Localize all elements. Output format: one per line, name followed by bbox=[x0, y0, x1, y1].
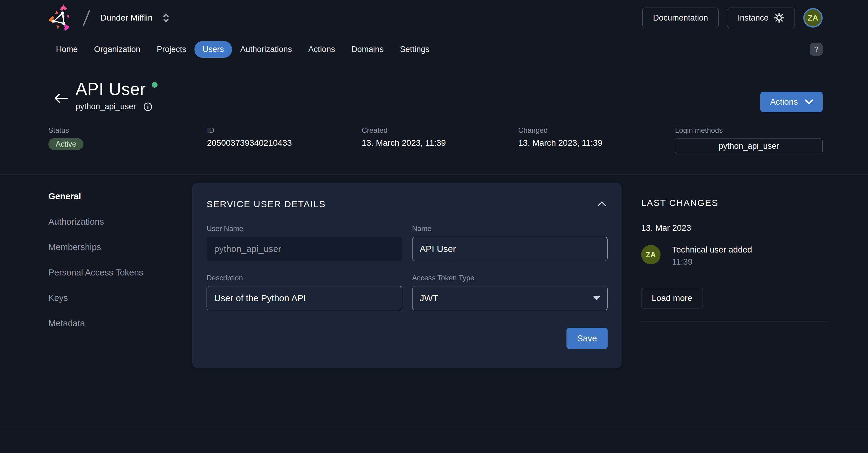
org-switcher[interactable]: Dunder Mifflin bbox=[99, 10, 171, 25]
footer-bar bbox=[0, 428, 868, 453]
content-area: General Authorizations Memberships Perso… bbox=[0, 174, 868, 428]
meta-created: Created 13. March 2023, 11:39 bbox=[362, 126, 518, 154]
card-title: SERVICE USER DETAILS bbox=[207, 199, 326, 209]
zitadel-logo-icon[interactable] bbox=[48, 4, 74, 32]
nav-tab-projects[interactable]: Projects bbox=[149, 41, 194, 58]
event-text: Technical user added bbox=[672, 245, 752, 255]
chevron-up-icon bbox=[597, 201, 607, 206]
access-token-type-select[interactable]: JWT bbox=[412, 286, 608, 310]
id-value: 205003739340210433 bbox=[207, 138, 362, 148]
sidebar-item-general[interactable]: General bbox=[49, 191, 81, 201]
name-input[interactable] bbox=[412, 237, 608, 261]
field-name: Name bbox=[412, 224, 608, 261]
chevron-down-icon bbox=[805, 99, 813, 105]
nav-tab-settings[interactable]: Settings bbox=[392, 41, 438, 58]
sidebar-item-authorizations[interactable]: Authorizations bbox=[49, 217, 104, 227]
instance-button[interactable]: Instance bbox=[727, 7, 795, 28]
meta-row: Status Active ID 205003739340210433 Crea… bbox=[45, 126, 823, 154]
save-button[interactable]: Save bbox=[566, 328, 608, 349]
meta-changed: Changed 13. March 2023, 11:39 bbox=[518, 126, 675, 154]
access-token-type-value: JWT bbox=[420, 293, 438, 303]
breadcrumb-slash bbox=[83, 9, 90, 26]
avatar-initials: ZA bbox=[808, 13, 818, 23]
gear-icon bbox=[774, 13, 784, 23]
description-input[interactable] bbox=[207, 286, 402, 310]
sidebar-item-memberships[interactable]: Memberships bbox=[49, 242, 101, 252]
created-value: 13. March 2023, 11:39 bbox=[362, 138, 518, 148]
top-bar: Dunder Mifflin Documentation Instance bbox=[0, 0, 868, 36]
sidebar-item-metadata[interactable]: Metadata bbox=[49, 318, 85, 328]
arrow-left-icon bbox=[54, 93, 68, 104]
last-changes-panel: LAST CHANGES 13. Mar 2023 ZA Technical u… bbox=[641, 198, 828, 321]
created-label: Created bbox=[362, 126, 518, 135]
event-time: 11:39 bbox=[672, 257, 752, 267]
changed-value: 13. March 2023, 11:39 bbox=[518, 138, 675, 148]
main-nav: Home Organization Projects Users Authori… bbox=[0, 36, 868, 63]
documentation-button[interactable]: Documentation bbox=[642, 7, 719, 28]
page-title: API User bbox=[75, 79, 146, 99]
field-access-token-type: Access Token Type JWT bbox=[412, 274, 608, 310]
detail-sidebar: General Authorizations Memberships Perso… bbox=[49, 191, 143, 328]
event-avatar: ZA bbox=[641, 245, 660, 264]
app-root: Dunder Mifflin Documentation Instance bbox=[0, 0, 868, 453]
meta-login-methods: Login methods python_api_user bbox=[675, 126, 823, 154]
back-button[interactable] bbox=[54, 93, 68, 105]
info-icon[interactable] bbox=[143, 102, 152, 111]
actions-dropdown-button[interactable]: Actions bbox=[760, 92, 823, 112]
user-avatar[interactable]: ZA bbox=[803, 8, 823, 28]
org-name: Dunder Mifflin bbox=[100, 13, 152, 23]
name-label: Name bbox=[412, 224, 608, 233]
page-header: API User python_api_user Actions bbox=[0, 63, 868, 174]
actions-label: Actions bbox=[770, 97, 798, 107]
event-avatar-initials: ZA bbox=[646, 250, 656, 259]
instance-label: Instance bbox=[738, 13, 769, 23]
caret-down-icon bbox=[593, 296, 600, 300]
unfold-chevrons-icon bbox=[163, 13, 169, 23]
load-more-button[interactable]: Load more bbox=[641, 288, 703, 309]
page-subtitle: python_api_user bbox=[75, 102, 136, 111]
nav-tab-organization[interactable]: Organization bbox=[86, 41, 149, 58]
collapse-section-button[interactable] bbox=[596, 200, 608, 209]
title-block: API User python_api_user bbox=[75, 79, 158, 111]
meta-status: Status Active bbox=[49, 126, 207, 154]
id-label: ID bbox=[207, 126, 362, 135]
login-methods-label: Login methods bbox=[675, 126, 823, 135]
description-label: Description bbox=[207, 274, 402, 282]
access-token-type-label: Access Token Type bbox=[412, 274, 608, 282]
status-label: Status bbox=[49, 126, 207, 135]
status-badge: Active bbox=[49, 138, 84, 150]
user-name-input bbox=[207, 237, 402, 261]
help-button[interactable]: ? bbox=[810, 43, 823, 56]
nav-tab-users[interactable]: Users bbox=[194, 41, 232, 58]
documentation-label: Documentation bbox=[653, 13, 708, 23]
sidebar-item-keys[interactable]: Keys bbox=[49, 293, 68, 303]
login-method-chip: python_api_user bbox=[675, 138, 823, 154]
service-user-details-card: SERVICE USER DETAILS User Name Name bbox=[192, 183, 621, 368]
active-status-dot-icon bbox=[152, 82, 158, 88]
topbar-right: Documentation Instance ZA bbox=[642, 7, 823, 28]
nav-tab-actions[interactable]: Actions bbox=[300, 41, 343, 58]
brand: Dunder Mifflin bbox=[48, 4, 171, 32]
last-changes-title: LAST CHANGES bbox=[641, 198, 828, 208]
field-user-name: User Name bbox=[207, 224, 402, 261]
nav-tab-domains[interactable]: Domains bbox=[343, 41, 392, 58]
nav-tab-home[interactable]: Home bbox=[48, 41, 86, 58]
change-event: ZA Technical user added 11:39 bbox=[641, 245, 828, 267]
user-name-label: User Name bbox=[207, 224, 402, 233]
changed-label: Changed bbox=[518, 126, 675, 135]
last-changes-date: 13. Mar 2023 bbox=[641, 223, 828, 233]
sidebar-item-personal-access-tokens[interactable]: Personal Access Tokens bbox=[49, 268, 143, 278]
nav-tab-authorizations[interactable]: Authorizations bbox=[232, 41, 300, 58]
field-description: Description bbox=[207, 274, 402, 310]
meta-id: ID 205003739340210433 bbox=[207, 126, 362, 154]
